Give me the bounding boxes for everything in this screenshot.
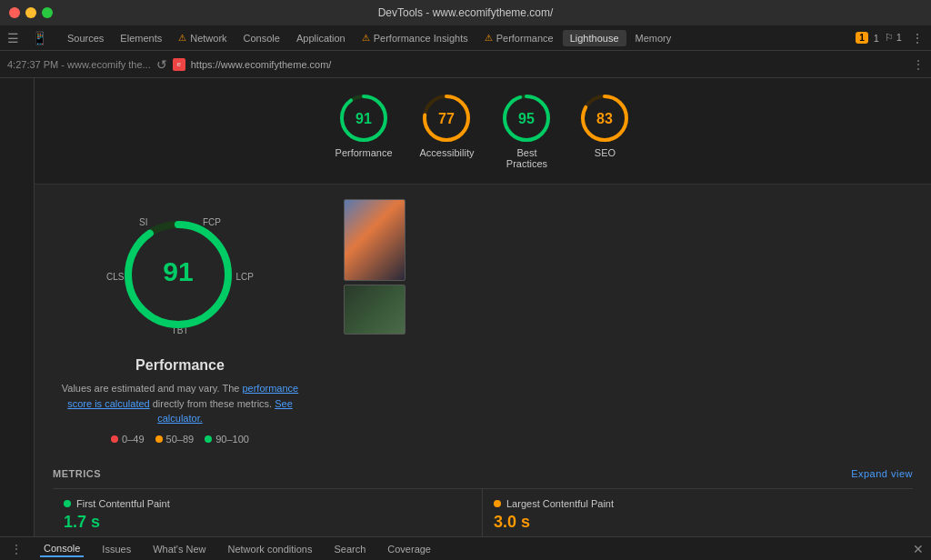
- status-close-icon[interactable]: ✕: [913, 542, 924, 556]
- error-count: ⚐ 1: [885, 32, 902, 44]
- perf-warn-icon: ⚠: [485, 33, 493, 43]
- favicon: e: [173, 58, 185, 71]
- score-card-seo[interactable]: 83 SEO: [579, 93, 630, 169]
- svg-text:83: 83: [597, 111, 614, 126]
- more-tools-icon[interactable]: ⋮: [907, 29, 927, 47]
- score-card-accessibility[interactable]: 77 Accessibility: [420, 93, 475, 169]
- expand-view-link[interactable]: Expand view: [851, 468, 913, 479]
- perf-detail-section: SI FCP CLS LCP TBT 91 Performance Values…: [35, 185, 931, 459]
- metrics-section: METRICS Expand view First Contentful Pai…: [35, 459, 931, 537]
- status-tab-coverage[interactable]: Coverage: [384, 542, 435, 556]
- mobile-icon[interactable]: 📱: [28, 29, 51, 47]
- metric-lcp-value: 3.0 s: [494, 513, 902, 532]
- svg-text:91: 91: [163, 256, 193, 286]
- address-bar: 4:27:37 PM - www.ecomify the... ↺ e http…: [0, 51, 931, 78]
- legend-orange-dot: [155, 435, 163, 443]
- score-label-best: Best: [516, 147, 536, 158]
- metric-fcp-value: 1.7 s: [64, 513, 471, 532]
- address-more-icon[interactable]: ⋮: [913, 58, 924, 71]
- tab-performance[interactable]: ⚠Performance: [477, 30, 561, 46]
- metrics-grid: First Contentful Paint 1.7 s Largest Con…: [53, 488, 913, 537]
- metrics-title: METRICS: [53, 468, 101, 479]
- main-content: 91 Performance 77 Accessibility 95 Best: [0, 78, 931, 536]
- svg-text:77: 77: [439, 111, 455, 126]
- tab-lighthouse[interactable]: Lighthouse: [563, 30, 626, 46]
- metric-fcp-name: First Contentful Paint: [64, 498, 471, 509]
- devtools-tab-bar: ☰ 📱 Sources Elements ⚠Network Console Ap…: [0, 25, 931, 51]
- gauge-wrapper: SI FCP CLS LCP TBT 91: [103, 199, 257, 354]
- legend: 0–49 50–89 90–100: [111, 434, 249, 445]
- toggle-drawer-icon[interactable]: ☰: [4, 29, 23, 47]
- score-label-seo: SEO: [595, 147, 616, 158]
- network-warn-icon: ⚠: [178, 33, 186, 43]
- status-tab-whats-new[interactable]: What's New: [149, 542, 209, 556]
- tab-bar-controls: ☰ 📱: [4, 29, 51, 47]
- metric-lcp: Largest Contentful Paint 3.0 s: [483, 489, 913, 537]
- tab-bar-right: 1 1 ⚐ 1 ⋮: [856, 29, 927, 47]
- main-gauge-svg: 91: [119, 215, 237, 334]
- legend-green: 90–100: [205, 434, 249, 445]
- score-sublabel-practices: Practices: [506, 158, 547, 169]
- lighthouse-panel: 91 Performance 77 Accessibility 95 Best: [35, 78, 931, 536]
- status-tab-issues[interactable]: Issues: [98, 542, 135, 556]
- gauge-label-lcp: LCP: [236, 272, 254, 282]
- score-label-performance: Performance: [335, 147, 393, 158]
- minimize-button[interactable]: [25, 7, 36, 18]
- metrics-header: METRICS Expand view: [53, 459, 913, 488]
- tab-perf-insights[interactable]: ⚠Performance Insights: [355, 30, 476, 46]
- legend-green-dot: [205, 435, 212, 443]
- svg-text:95: 95: [519, 111, 536, 126]
- screenshot-preview-2: [344, 285, 405, 335]
- window-title: DevTools - www.ecomifytheme.com/: [378, 6, 554, 19]
- warning-count: 1: [874, 33, 879, 44]
- legend-red-dot: [111, 435, 118, 443]
- warning-badge-1: 1: [856, 32, 868, 44]
- score-gauge-seo: 83: [579, 93, 630, 144]
- tab-sources[interactable]: Sources: [60, 30, 111, 46]
- tab-elements[interactable]: Elements: [113, 30, 169, 46]
- tab-console[interactable]: Console: [236, 30, 287, 46]
- svg-text:91: 91: [355, 111, 372, 126]
- close-button[interactable]: [9, 7, 20, 18]
- tab-memory[interactable]: Memory: [628, 30, 679, 46]
- score-label-accessibility: Accessibility: [420, 147, 475, 158]
- maximize-button[interactable]: [42, 7, 53, 18]
- reload-icon[interactable]: ↺: [156, 57, 167, 72]
- score-gauge-bestpractices: 95: [501, 93, 552, 144]
- legend-red: 0–49: [111, 434, 144, 445]
- score-card-performance[interactable]: 91 Performance: [335, 93, 393, 169]
- screenshot-preview-1: [344, 199, 405, 281]
- score-cards-section: 91 Performance 77 Accessibility 95 Best: [35, 78, 931, 185]
- status-tab-network-conditions[interactable]: Network conditions: [225, 542, 316, 556]
- screenshot-preview: [344, 199, 416, 445]
- traffic-lights: [9, 7, 53, 18]
- metric-lcp-name: Largest Contentful Paint: [494, 498, 902, 509]
- metric-lcp-dot: [494, 500, 501, 507]
- sidebar: [0, 78, 35, 536]
- legend-orange: 50–89: [155, 434, 195, 445]
- url-display: https://www.ecomifytheme.com/: [191, 59, 332, 70]
- status-bar-toggle-icon[interactable]: ⋮: [7, 541, 25, 557]
- metric-fcp-dot: [64, 500, 71, 507]
- gauge-title: Performance: [135, 357, 225, 374]
- title-bar: DevTools - www.ecomifytheme.com/: [0, 0, 931, 25]
- score-card-bestpractices[interactable]: 95 Best Practices: [501, 93, 552, 169]
- tab-application[interactable]: Application: [289, 30, 353, 46]
- perf-insights-warn-icon: ⚠: [362, 33, 370, 43]
- gauge-section: SI FCP CLS LCP TBT 91 Performance Values…: [53, 199, 307, 445]
- status-tab-search[interactable]: Search: [330, 542, 369, 556]
- score-gauge-performance: 91: [338, 93, 389, 144]
- timestamp: 4:27:37 PM - www.ecomify the...: [7, 59, 151, 70]
- tab-network[interactable]: ⚠Network: [171, 30, 234, 46]
- metric-fcp: First Contentful Paint 1.7 s: [53, 489, 483, 537]
- status-bar: ⋮ Console Issues What's New Network cond…: [0, 536, 931, 560]
- score-gauge-accessibility: 77: [421, 93, 472, 144]
- gauge-description: Values are estimated and may vary. The p…: [53, 381, 307, 426]
- status-tab-console[interactable]: Console: [40, 541, 84, 557]
